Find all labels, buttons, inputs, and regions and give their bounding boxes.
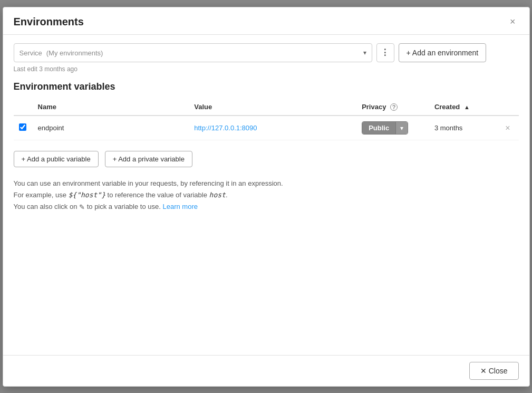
service-row: Service (My environments) ▾ ⋮ + Add an e… [14,43,519,62]
privacy-dropdown-button[interactable]: ▾ [395,122,408,134]
pencil-icon: ✎ [79,202,85,213]
row-check-cell [14,116,33,140]
row-name-cell: endpoint [33,116,189,140]
col-created-header: Created ▲ [429,99,519,116]
col-privacy-header: Privacy ? [356,99,429,116]
close-button[interactable]: ✕ Close [469,362,519,380]
row-delete-button[interactable]: × [502,122,513,134]
add-variable-actions: + Add a public variable + Add a private … [14,151,519,167]
dropdown-arrow-icon: ▾ [363,49,366,56]
add-public-variable-button[interactable]: + Add a public variable [14,151,99,167]
modal-overlay: Environments × Service (My environments)… [0,0,532,393]
table-row: endpoint http://127.0.0.1:8090 Public ▾ [14,116,519,140]
row-created-cell: 3 months × [429,116,519,140]
sort-arrow-icon[interactable]: ▲ [464,104,470,110]
modal-body: Service (My environments) ▾ ⋮ + Add an e… [3,35,529,355]
environments-modal: Environments × Service (My environments)… [3,7,530,387]
add-private-variable-button[interactable]: + Add a private variable [105,151,192,167]
col-check-header [14,99,33,116]
info-var-name: host [209,191,226,199]
row-created-value: 3 months [434,124,462,132]
service-kebab-button[interactable]: ⋮ [376,43,394,62]
modal-header: Environments × [3,7,529,35]
privacy-label: Public [362,122,395,134]
info-code-example: ${"host"} [69,191,105,199]
modal-close-x-button[interactable]: × [507,16,519,27]
info-line2: For example, use ${"host"} to reference … [14,189,519,201]
privacy-help-icon[interactable]: ? [390,103,398,111]
info-line1: You can use an environment variable in y… [14,178,519,189]
modal-footer: ✕ Close [3,355,529,386]
service-name-label: Service (My environments) [20,49,103,57]
row-value-link[interactable]: http://127.0.0.1:8090 [194,124,257,132]
env-variables-table: Name Value Privacy ? Created ▲ [14,99,519,141]
add-environment-button[interactable]: + Add an environment [399,43,487,62]
learn-more-link[interactable]: Learn more [162,203,197,210]
col-name-header: Name [33,99,189,116]
my-environments-label: (My environments) [46,49,103,57]
table-header-row: Name Value Privacy ? Created ▲ [14,99,519,116]
row-value-cell: http://127.0.0.1:8090 [189,116,356,140]
info-line3: You can also click on ✎ to pick a variab… [14,201,519,213]
env-variables-section-title: Environment variables [14,81,519,92]
col-value-header: Value [189,99,356,116]
info-section: You can use an environment variable in y… [14,178,519,213]
row-checkbox[interactable] [19,123,26,131]
privacy-button-wrapper: Public ▾ [362,121,408,135]
row-name-value: endpoint [38,124,64,132]
created-cell-wrapper: 3 months × [434,122,514,134]
modal-title: Environments [14,16,84,28]
service-select[interactable]: Service (My environments) ▾ [14,43,372,62]
row-privacy-cell: Public ▾ [356,116,429,140]
last-edit-text: Last edit 3 months ago [14,65,519,73]
